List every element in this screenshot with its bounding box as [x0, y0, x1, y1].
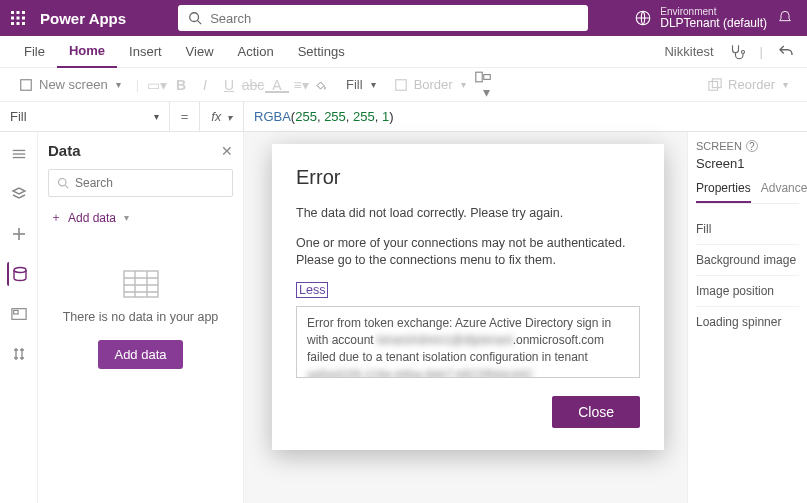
detail-blur-account: tenantAdmin1@dlptenant — [377, 333, 513, 347]
add-data-link-label: Add data — [68, 211, 116, 225]
property-selector[interactable]: Fill ▾ — [0, 102, 170, 132]
svg-rect-3 — [11, 17, 14, 20]
new-screen-label: New screen — [39, 77, 108, 92]
search-icon — [57, 177, 69, 189]
underline-icon[interactable]: U — [217, 77, 241, 93]
global-search[interactable] — [178, 5, 588, 31]
formula-text[interactable]: RGBA(255, 255, 255, 1) — [244, 109, 404, 124]
tab-advanced[interactable]: Advanced — [761, 181, 807, 203]
environment-label: Environment — [660, 6, 767, 17]
notifications-icon[interactable] — [777, 10, 807, 26]
environment-text: Environment DLPTenant (default) — [660, 6, 767, 30]
left-rail — [0, 132, 38, 503]
user-name[interactable]: Nikkitest — [664, 44, 713, 59]
align-icon[interactable]: ≡▾ — [289, 77, 313, 93]
search-input[interactable] — [210, 11, 578, 26]
prop-image-position[interactable]: Image position — [696, 276, 799, 307]
dialog-message-1: The data did not load correctly. Please … — [296, 205, 640, 223]
help-icon[interactable]: ? — [746, 140, 758, 152]
top-bar: Power Apps Environment DLPTenant (defaul… — [0, 0, 807, 36]
environment-name: DLPTenant (default) — [660, 17, 767, 30]
border-button[interactable]: Border ▾ — [385, 72, 475, 98]
strikethrough-icon[interactable]: abc — [241, 77, 265, 93]
prop-loading-spinner[interactable]: Loading spinner — [696, 307, 799, 337]
app-checker-icon[interactable] — [728, 43, 746, 61]
environment-picker[interactable]: Environment DLPTenant (default) — [624, 0, 777, 36]
data-search-input[interactable] — [75, 176, 225, 190]
menu-view[interactable]: View — [174, 36, 226, 68]
menu-action[interactable]: Action — [226, 36, 286, 68]
svg-rect-18 — [712, 78, 721, 87]
detail-blur-tenant: aa5ad108-124e-44ba-9eb7-b622f84dc442 — [307, 368, 533, 378]
dialog-message-2: One or more of your connections may not … — [296, 235, 640, 270]
align-group-icon[interactable]: ▾ — [475, 70, 499, 100]
rail-add-icon[interactable] — [7, 222, 31, 246]
border-label: Border — [414, 77, 453, 92]
svg-rect-16 — [483, 74, 489, 79]
app-launcher-icon[interactable] — [0, 0, 36, 36]
fill-button[interactable]: Fill ▾ — [337, 72, 385, 98]
menu-settings[interactable]: Settings — [286, 36, 357, 68]
undo-icon[interactable] — [777, 43, 795, 61]
svg-point-24 — [14, 268, 26, 273]
svg-rect-13 — [21, 79, 32, 90]
add-data-button[interactable]: Add data — [98, 340, 182, 369]
fill-label: Fill — [346, 77, 363, 92]
menu-home[interactable]: Home — [57, 36, 117, 68]
reorder-button[interactable]: Reorder ▾ — [699, 72, 797, 98]
add-data-button-label: Add data — [114, 347, 166, 362]
rail-media-icon[interactable] — [7, 302, 31, 326]
svg-line-28 — [65, 185, 68, 188]
reorder-label: Reorder — [728, 77, 775, 92]
error-detail-box[interactable]: Error from token exchange: Azure Active … — [296, 306, 640, 378]
dialog-title: Error — [296, 166, 640, 189]
less-link[interactable]: Less — [296, 282, 328, 298]
equals-cell: = — [170, 102, 200, 132]
brand-title: Power Apps — [36, 10, 138, 27]
rail-data-icon[interactable] — [7, 262, 31, 286]
chevron-down-icon: ▾ — [116, 79, 121, 90]
ribbon-toolbar: New screen ▾ | ▭▾ B I U abc A ≡▾ Fill ▾ … — [0, 68, 807, 102]
formula-func: RGBA — [254, 109, 291, 124]
bold-icon[interactable]: B — [169, 77, 193, 93]
close-icon[interactable]: ✕ — [221, 143, 233, 159]
screen-template-icon[interactable]: ▭▾ — [145, 77, 169, 93]
prop-background-image[interactable]: Background image — [696, 245, 799, 276]
panel-tabs: Properties Advanced — [696, 181, 799, 204]
close-button[interactable]: Close — [552, 396, 640, 428]
fill-icon[interactable] — [313, 78, 337, 92]
italic-icon[interactable]: I — [193, 77, 217, 93]
error-dialog: Error The data did not load correctly. P… — [272, 144, 664, 450]
close-button-label: Close — [578, 404, 614, 420]
plus-icon: ＋ — [50, 209, 62, 226]
chevron-down-icon: ▾ — [371, 79, 376, 90]
search-icon — [188, 11, 202, 25]
new-screen-button[interactable]: New screen ▾ — [10, 72, 130, 98]
svg-rect-17 — [709, 81, 718, 90]
fx-cell[interactable]: fx ▾ — [200, 102, 244, 132]
menu-file[interactable]: File — [12, 36, 57, 68]
svg-rect-4 — [17, 17, 20, 20]
screen-label: SCREEN ? — [696, 140, 799, 152]
chevron-down-icon: ▾ — [154, 111, 159, 122]
rail-tree-icon[interactable] — [7, 142, 31, 166]
add-data-link[interactable]: ＋ Add data ▾ — [48, 205, 233, 230]
font-color-icon[interactable]: A — [265, 77, 289, 93]
table-icon — [123, 270, 159, 300]
svg-rect-29 — [124, 271, 158, 297]
property-name: Fill — [10, 109, 27, 124]
screen-name[interactable]: Screen1 — [696, 156, 799, 171]
svg-rect-15 — [475, 72, 481, 82]
svg-point-9 — [190, 13, 199, 22]
data-empty-msg: There is no data in your app — [48, 310, 233, 324]
rail-tools-icon[interactable] — [7, 342, 31, 366]
chevron-down-icon: ▾ — [783, 79, 788, 90]
prop-fill[interactable]: Fill — [696, 214, 799, 245]
tab-properties[interactable]: Properties — [696, 181, 751, 203]
rail-insert-icon[interactable] — [7, 182, 31, 206]
data-search[interactable] — [48, 169, 233, 197]
menu-insert[interactable]: Insert — [117, 36, 174, 68]
svg-rect-1 — [17, 11, 20, 14]
svg-rect-0 — [11, 11, 14, 14]
svg-rect-2 — [22, 11, 25, 14]
